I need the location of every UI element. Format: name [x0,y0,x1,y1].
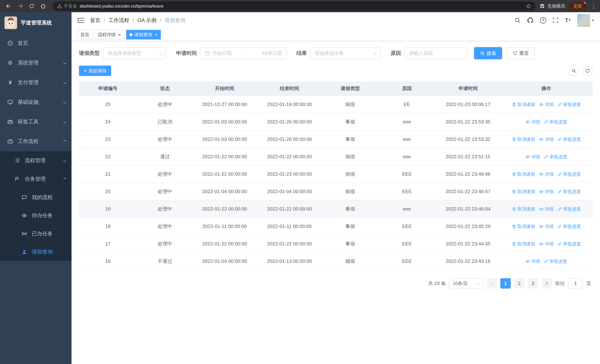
page-button-1[interactable]: 1 [500,278,511,289]
sidebar-item-leave-query[interactable]: 请假查询 [0,243,72,261]
sidebar-item-infrastructure[interactable]: 基础设施 [0,92,72,112]
goto-page-input[interactable] [568,278,583,289]
approval-progress-link[interactable]: 审批进度 [557,189,581,195]
sidebar-item-workflow[interactable]: 工作流程 [0,131,72,151]
page-button-2[interactable]: 2 [514,278,525,289]
sidebar-item-todo-tasks[interactable]: 待办任务 [0,206,72,225]
browser-home-button[interactable] [38,1,48,11]
approval-progress-link[interactable]: 审批进度 [544,258,567,264]
page-content: 请假类型 请选择请假类型 申请时间 开始日期 - 结束日期 [72,41,600,364]
detail-link[interactable]: 详情 [539,206,554,212]
tab-process-detail[interactable]: 流程详情 × [94,30,124,39]
apply-time-range-picker[interactable]: 开始日期 - 结束日期 [200,47,286,59]
search-button[interactable]: 搜索 [474,47,502,59]
sidebar-item-task-management[interactable]: 任务管理 [0,170,72,188]
chevron-down-icon [64,121,66,123]
approval-progress-link[interactable]: 审批进度 [557,241,581,247]
browser-back-button[interactable] [4,1,14,11]
cancel-leave-link[interactable]: 取消请假 [512,241,535,247]
detail-link[interactable]: 详情 [539,189,554,195]
sidebar-item-devtools[interactable]: 研发工具 [0,112,72,131]
sidebar-item-my-processes[interactable]: 我的流程 [0,188,72,206]
create-leave-button[interactable]: + 发起请假 [79,65,111,76]
edit-icon [544,120,548,124]
delete-icon [512,137,516,142]
sidebar-item-done-tasks[interactable]: 已办任务 [0,225,72,243]
refresh-table-button[interactable] [582,66,593,76]
page-button-3[interactable]: 3 [528,278,538,289]
list-icon [14,158,20,163]
detail-link[interactable]: 详情 [539,171,554,177]
next-page-button[interactable] [542,278,552,289]
approval-progress-link[interactable]: 审批进度 [557,171,581,177]
reason-input[interactable] [404,47,467,59]
approval-progress-link[interactable]: 审批进度 [544,119,567,125]
github-icon[interactable] [527,17,534,24]
detail-link[interactable]: 详情 [539,224,554,229]
approval-progress-link[interactable]: 审批进度 [544,154,567,160]
sidebar-item-payment[interactable]: ¥ 支付管理 [0,73,72,92]
delete-icon [512,207,516,211]
cell-actions: 详情审批进度 [500,252,593,270]
approval-progress-link[interactable]: 审批进度 [557,102,581,107]
detail-link[interactable]: 详情 [539,136,554,142]
leave-table-body: 25 处理中 2021-12-27 00:00:00 2022-01-19 00… [79,96,593,270]
approval-progress-link[interactable]: 审批进度 [557,224,581,229]
tab-home[interactable]: 首页 [77,30,93,39]
result-select[interactable]: 请选择流结果 [310,47,381,59]
search-icon[interactable] [514,17,521,24]
monitor-icon [7,99,13,105]
cell-apply-time: 2022-01-22 23:46:04 [436,200,500,218]
table-row: 17 处理中 2022-01-22 00:00:00 2022-01-22 00… [79,235,593,252]
close-icon[interactable]: × [118,32,121,37]
breadcrumb-item-workflow[interactable]: 工作流程 [109,17,129,24]
browser-update-button[interactable]: 更新 [568,1,587,11]
detail-link[interactable]: 详情 [539,241,554,247]
cancel-leave-link[interactable]: 取消请假 [512,224,535,229]
sidebar-item-system[interactable]: ⚙ 系统管理 [0,53,72,73]
security-warning[interactable]: 不安全 [57,3,77,9]
sidebar-collapse-icon[interactable] [77,17,84,24]
sidebar-item-home[interactable]: 首页 [0,33,72,53]
approval-progress-link[interactable]: 审批进度 [557,136,581,142]
dashboard-icon [7,40,13,46]
close-icon[interactable]: × [155,32,158,37]
approval-progress-link[interactable]: 审批进度 [557,206,581,212]
detail-link[interactable]: 详情 [539,102,554,107]
fullscreen-icon[interactable] [553,18,559,23]
breadcrumb-item-oa-example[interactable]: OA 示例 [138,17,157,24]
topbar-actions: ? TT [514,14,594,27]
cancel-leave-link[interactable]: 取消请假 [512,189,535,195]
breadcrumb-item-home[interactable]: 首页 [90,17,100,24]
leave-type-select[interactable]: 请选择请假类型 [103,47,166,59]
cancel-leave-link[interactable]: 取消请假 [512,102,535,107]
user-menu[interactable] [577,14,594,27]
breadcrumb-separator: / [133,18,134,23]
detail-link[interactable]: 详情 [525,119,540,125]
help-icon[interactable]: ? [540,17,546,24]
cancel-leave-link[interactable]: 取消请假 [512,206,535,212]
tab-leave-query[interactable]: 请假查询 × [126,30,161,39]
cancel-leave-link[interactable]: 取消请假 [512,136,535,142]
sidebar-item-label: 任务管理 [25,176,46,183]
avatar[interactable] [577,14,590,27]
browser-forward-button[interactable] [15,1,25,11]
browser-menu-icon[interactable]: ⋮ [590,3,597,9]
page-size-select[interactable]: 10条/页 [449,278,483,289]
address-bar[interactable]: 不安全 dashboard.yudao.iocoder.cn/bpm/oa/le… [53,1,535,11]
cancel-leave-link[interactable]: 取消请假 [512,171,535,177]
sidebar-item-process-management[interactable]: 流程管理 [0,151,72,170]
sidebar-item-label: 请假查询 [32,248,53,255]
font-size-icon[interactable]: TT [565,18,571,23]
reset-button[interactable]: 重置 [506,47,535,59]
view-icon [539,224,544,229]
browser-reload-button[interactable] [27,1,37,11]
toggle-search-button[interactable] [569,66,579,76]
prev-page-button[interactable] [487,278,497,289]
detail-link[interactable]: 详情 [525,154,540,160]
detail-link[interactable]: 详情 [525,258,540,264]
sidebar-logo[interactable]: 芋道管理系统 [0,12,72,33]
bookmark-star-icon[interactable] [526,3,531,9]
apply-time-label: 申请时间 [176,50,197,57]
cell-reason: eee [378,113,436,131]
